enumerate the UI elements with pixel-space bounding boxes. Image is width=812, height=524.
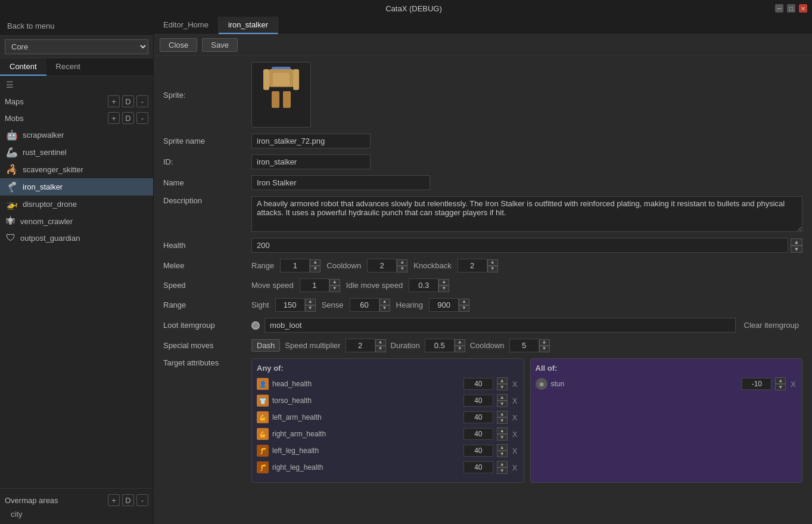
speed-mult-up[interactable]: ▲ xyxy=(375,339,386,346)
range-input[interactable] xyxy=(280,259,310,272)
save-button[interactable]: Save xyxy=(202,38,238,52)
move-dash-badge[interactable]: Dash xyxy=(251,339,280,352)
sidebar-item-rust_sentinel[interactable]: 🦾rust_sentinel xyxy=(0,144,153,161)
speed-mult-input[interactable] xyxy=(346,339,375,352)
right-arm-up[interactable]: ▲ xyxy=(497,427,508,434)
range-up[interactable]: ▲ xyxy=(310,259,321,266)
move-cooldown-down[interactable]: ▼ xyxy=(539,346,550,352)
maximize-button[interactable]: □ xyxy=(787,4,795,13)
stun-down[interactable]: ▼ xyxy=(775,384,786,390)
move-speed-down[interactable]: ▼ xyxy=(329,286,340,292)
maps-add-button[interactable]: + xyxy=(108,95,120,107)
city-item[interactable]: city xyxy=(5,508,148,520)
range-down[interactable]: ▼ xyxy=(310,266,321,272)
sight-up[interactable]: ▲ xyxy=(305,299,316,305)
sense-down[interactable]: ▼ xyxy=(379,305,390,312)
health-up-button[interactable]: ▲ xyxy=(791,238,802,246)
close-button[interactable]: Close xyxy=(160,38,197,52)
tab-recent[interactable]: Recent xyxy=(46,58,90,76)
hearing-input[interactable] xyxy=(429,298,459,312)
sidebar-item-scrapwalker[interactable]: 🤖scrapwalker xyxy=(0,126,153,144)
sidebar-item-disruptor_drone[interactable]: 🚁disruptor_drone xyxy=(0,196,153,213)
mobs-delete-button[interactable]: D xyxy=(122,112,134,124)
back-to-menu-button[interactable]: Back to menu xyxy=(0,17,153,36)
move-speed-input[interactable] xyxy=(300,278,329,292)
duration-up[interactable]: ▲ xyxy=(455,339,465,346)
mobs-remove-button[interactable]: - xyxy=(136,112,148,124)
core-dropdown[interactable]: Core xyxy=(5,39,148,54)
stun-input[interactable] xyxy=(742,378,771,390)
sense-input[interactable] xyxy=(350,298,379,312)
left-leg-down[interactable]: ▼ xyxy=(497,451,508,457)
overmap-delete-button[interactable]: D xyxy=(122,494,134,506)
knockback-down[interactable]: ▼ xyxy=(487,266,498,272)
knockback-up[interactable]: ▲ xyxy=(487,259,498,266)
health-down-button[interactable]: ▼ xyxy=(791,246,802,253)
hearing-up[interactable]: ▲ xyxy=(459,299,469,305)
head-health-up[interactable]: ▲ xyxy=(497,377,508,384)
left-leg-remove[interactable]: X xyxy=(511,447,519,455)
cooldown-down[interactable]: ▼ xyxy=(397,266,407,272)
name-input[interactable] xyxy=(251,175,430,190)
move-cooldown-input[interactable] xyxy=(509,339,539,352)
close-window-button[interactable]: ✕ xyxy=(799,4,807,13)
tab-editor-home[interactable]: Editor_Home xyxy=(154,17,219,34)
right-leg-down[interactable]: ▼ xyxy=(497,467,508,474)
torso-down[interactable]: ▼ xyxy=(497,401,508,407)
health-input[interactable] xyxy=(251,238,788,253)
right-leg-remove[interactable]: X xyxy=(511,463,519,472)
mobs-add-button[interactable]: + xyxy=(108,112,120,124)
hearing-down[interactable]: ▼ xyxy=(459,305,469,312)
right-leg-up[interactable]: ▲ xyxy=(497,461,508,467)
maps-delete-button[interactable]: D xyxy=(122,95,134,107)
left-arm-up[interactable]: ▲ xyxy=(497,411,508,417)
move-cooldown-up[interactable]: ▲ xyxy=(539,339,550,346)
right-arm-remove[interactable]: X xyxy=(511,430,519,439)
sense-up[interactable]: ▲ xyxy=(379,299,390,305)
left-leg-input[interactable] xyxy=(463,445,493,457)
idle-speed-input[interactable] xyxy=(409,278,438,292)
torso-remove[interactable]: X xyxy=(511,396,519,405)
tab-iron-stalker[interactable]: iron_stalker xyxy=(219,17,278,34)
idle-speed-down[interactable]: ▼ xyxy=(438,286,449,292)
description-textarea[interactable]: A heavily armored robot that advances sl… xyxy=(251,196,802,232)
torso-up[interactable]: ▲ xyxy=(497,394,508,401)
tab-content[interactable]: Content xyxy=(0,58,46,76)
sidebar-item-outpost_guardian[interactable]: 🛡outpost_guardian xyxy=(0,230,153,246)
sprite-name-input[interactable] xyxy=(251,134,371,148)
cooldown-input[interactable] xyxy=(367,259,397,272)
move-speed-up[interactable]: ▲ xyxy=(329,279,340,286)
id-input[interactable] xyxy=(251,154,371,169)
duration-input[interactable] xyxy=(425,339,455,352)
overmap-remove-button[interactable]: - xyxy=(136,494,148,506)
sight-down[interactable]: ▼ xyxy=(305,305,316,312)
right-arm-input[interactable] xyxy=(463,428,493,440)
overmap-add-button[interactable]: + xyxy=(108,494,120,506)
speed-mult-down[interactable]: ▼ xyxy=(375,346,386,352)
sidebar-item-scavenger_skitter[interactable]: 🦂scavenger_skitter xyxy=(0,161,153,178)
stun-up[interactable]: ▲ xyxy=(775,377,786,384)
loot-input[interactable] xyxy=(265,318,736,333)
left-arm-input[interactable] xyxy=(463,411,493,423)
cooldown-up[interactable]: ▲ xyxy=(397,259,407,266)
torso-health-input[interactable] xyxy=(463,395,493,407)
sidebar-item-venom_crawler[interactable]: 🕷venom_crawler xyxy=(0,213,153,230)
maps-remove-button[interactable]: - xyxy=(136,95,148,107)
sidebar-item-iron_stalker[interactable]: 🦿iron_stalker xyxy=(0,178,153,196)
head-health-remove[interactable]: X xyxy=(511,380,519,389)
clear-loot-button[interactable]: Clear itemgroup xyxy=(741,319,803,331)
minimize-button[interactable]: ─ xyxy=(775,4,783,13)
left-arm-remove[interactable]: X xyxy=(511,413,519,422)
duration-down[interactable]: ▼ xyxy=(455,346,465,352)
sight-input[interactable] xyxy=(275,298,305,312)
right-leg-input[interactable] xyxy=(463,461,493,473)
head-health-input[interactable] xyxy=(463,378,493,390)
knockback-input[interactable] xyxy=(458,259,487,272)
right-arm-down[interactable]: ▼ xyxy=(497,434,508,441)
left-arm-down[interactable]: ▼ xyxy=(497,417,508,424)
idle-speed-up[interactable]: ▲ xyxy=(438,279,449,286)
left-leg-up[interactable]: ▲ xyxy=(497,444,508,451)
stun-remove[interactable]: X xyxy=(789,380,797,389)
loot-toggle[interactable] xyxy=(251,321,260,330)
head-health-down[interactable]: ▼ xyxy=(497,384,508,390)
